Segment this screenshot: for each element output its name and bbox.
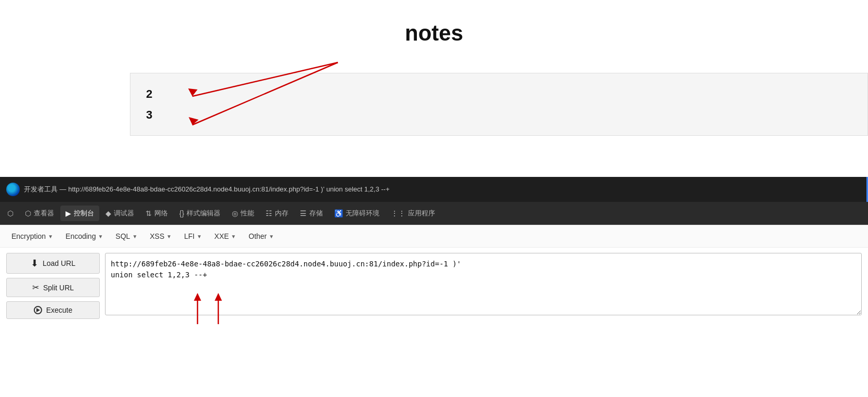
network-icon: ⇅: [146, 209, 152, 217]
devtools-pointer-tool[interactable]: ⬡: [2, 206, 19, 221]
line-number-3: 3: [146, 105, 852, 125]
menu-encoding[interactable]: Encoding ▼: [60, 229, 108, 243]
tab-network[interactable]: ⇅ 网络: [140, 206, 173, 221]
firefox-icon: [6, 183, 20, 196]
tab-application[interactable]: ⋮⋮ 应用程序: [386, 206, 440, 221]
menu-xxe-label: XXE: [214, 232, 229, 240]
tab-style-editor-label: 样式编辑器: [187, 209, 220, 218]
tab-memory-label: 内存: [275, 209, 288, 218]
tab-accessibility-label: 无障碍环境: [346, 209, 379, 218]
top-notes-area: notes 2 3: [0, 0, 868, 177]
execute-button[interactable]: Execute: [6, 301, 100, 319]
execute-label: Execute: [46, 306, 73, 314]
tab-application-label: 应用程序: [408, 209, 435, 218]
load-url-icon: ⬇: [31, 258, 38, 269]
scissors-icon: ✂: [32, 283, 39, 292]
devtools-titlebar: 开发者工具 — http://689feb26-4e8e-48a8-bdae-c…: [0, 177, 868, 202]
chevron-down-icon: ▼: [98, 234, 103, 239]
load-url-button[interactable]: ⬇ Load URL: [6, 253, 100, 274]
style-editor-icon: {}: [179, 209, 184, 217]
tab-accessibility[interactable]: ♿ 无障碍环境: [329, 206, 385, 221]
split-url-button[interactable]: ✂ Split URL: [6, 278, 100, 297]
tab-network-label: 网络: [154, 209, 168, 218]
tab-style-editor[interactable]: {} 样式编辑器: [174, 206, 226, 221]
chevron-down-icon: ▼: [166, 234, 172, 239]
hackbar-content: ⬇ Load URL ✂ Split URL Execute http://68…: [0, 248, 868, 324]
menu-encryption[interactable]: Encryption ▼: [6, 229, 58, 243]
chevron-down-icon: ▼: [269, 234, 274, 239]
performance-icon: ◎: [232, 209, 238, 217]
inspector-icon: ⬡: [25, 209, 31, 217]
play-triangle: [36, 308, 40, 312]
devtools-url: 开发者工具 — http://689feb26-4e8e-48a8-bdae-c…: [24, 185, 390, 194]
hackbar: Encryption ▼ Encoding ▼ SQL ▼ XSS ▼ LFI …: [0, 225, 868, 397]
menu-xss[interactable]: XSS ▼: [144, 229, 177, 243]
tab-console-label: 控制台: [74, 209, 94, 218]
chevron-down-icon: ▼: [48, 234, 53, 239]
tab-debugger[interactable]: ◆ 调试器: [100, 206, 139, 221]
menu-sql-label: SQL: [115, 232, 130, 240]
tab-storage-label: 存储: [309, 209, 323, 218]
menu-lfi-label: LFI: [184, 232, 194, 240]
pointer-icon: ⬡: [7, 209, 14, 217]
tab-performance-label: 性能: [241, 209, 254, 218]
devtools-panel: 开发者工具 — http://689feb26-4e8e-48a8-bdae-c…: [0, 177, 868, 397]
split-url-label: Split URL: [43, 284, 74, 292]
application-icon: ⋮⋮: [391, 209, 405, 217]
hackbar-left-buttons: ⬇ Load URL ✂ Split URL Execute: [6, 253, 100, 319]
menu-other-label: Other: [248, 232, 267, 240]
memory-icon: ☷: [266, 209, 272, 217]
tab-console[interactable]: ▶ 控制台: [60, 206, 99, 221]
console-icon: ▶: [65, 209, 71, 217]
menu-xxe[interactable]: XXE ▼: [209, 229, 241, 243]
menu-encoding-label: Encoding: [65, 232, 96, 240]
menu-xss-label: XSS: [150, 232, 164, 240]
chevron-down-icon: ▼: [132, 234, 137, 239]
notes-list-box: 2 3: [130, 73, 868, 136]
tab-inspector-label: 查看器: [34, 209, 54, 218]
tab-debugger-label: 调试器: [114, 209, 134, 218]
menu-encryption-label: Encryption: [11, 232, 46, 240]
storage-icon: ☰: [300, 209, 307, 217]
chevron-down-icon: ▼: [231, 234, 236, 239]
execute-play-icon: [34, 306, 42, 314]
url-input[interactable]: http://689feb26-4e8e-48a8-bdae-cc26026c2…: [105, 253, 862, 315]
accessibility-icon: ♿: [334, 209, 343, 217]
menu-other[interactable]: Other ▼: [243, 229, 279, 243]
menu-lfi[interactable]: LFI ▼: [179, 229, 207, 243]
page-title: notes: [405, 21, 463, 46]
tab-performance[interactable]: ◎ 性能: [227, 206, 259, 221]
tab-inspector[interactable]: ⬡ 查看器: [20, 206, 59, 221]
hackbar-menu: Encryption ▼ Encoding ▼ SQL ▼ XSS ▼ LFI …: [0, 225, 868, 248]
devtools-tab-bar: ⬡ ⬡ 查看器 ▶ 控制台 ◆ 调试器 ⇅ 网络 {} 样式编辑器 ◎ 性能 ☷…: [0, 202, 868, 225]
menu-sql[interactable]: SQL ▼: [110, 229, 142, 243]
debugger-icon: ◆: [106, 209, 111, 217]
line-number-2: 2: [146, 84, 852, 105]
load-url-label: Load URL: [43, 259, 75, 267]
chevron-down-icon: ▼: [196, 234, 202, 239]
tab-memory[interactable]: ☷ 内存: [260, 206, 294, 221]
tab-storage[interactable]: ☰ 存储: [295, 206, 328, 221]
